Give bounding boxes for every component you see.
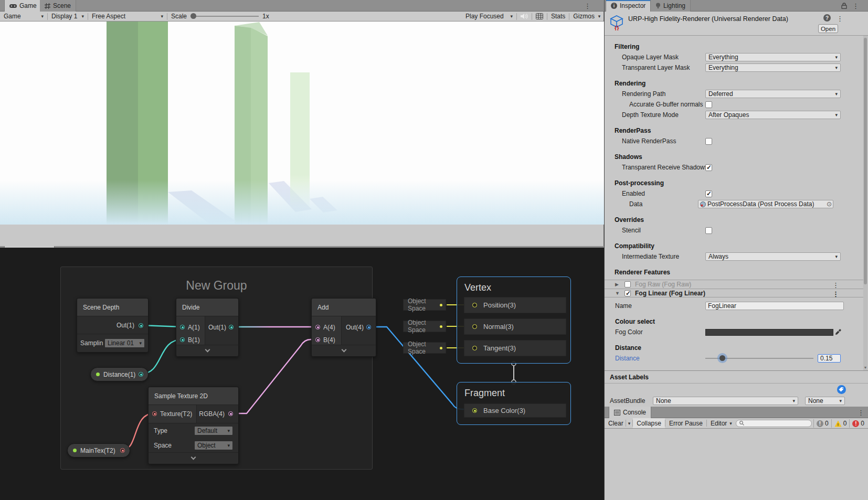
game-target-dropdown[interactable]: Game bbox=[0, 12, 47, 21]
tab-lighting[interactable]: Lighting bbox=[651, 0, 691, 12]
open-button[interactable]: Open bbox=[818, 24, 838, 33]
clear-dropdown[interactable] bbox=[626, 418, 633, 428]
display-dropdown[interactable]: Display 1 bbox=[48, 12, 88, 21]
sampling-dropdown[interactable]: Linear 01 bbox=[104, 338, 145, 348]
object-picker-icon[interactable] bbox=[827, 201, 832, 207]
tangent-port[interactable] bbox=[472, 346, 477, 350]
feature-menu-icon[interactable] bbox=[832, 281, 839, 289]
foldout-arrow-icon[interactable]: ▶ bbox=[615, 282, 620, 287]
console-menu-icon[interactable] bbox=[858, 409, 864, 417]
feature-fog-raw[interactable]: ▶ Fog Raw (Fog Raw) bbox=[605, 280, 864, 289]
add-expand-button[interactable] bbox=[312, 345, 376, 356]
assetbundle-dropdown[interactable]: None bbox=[653, 397, 798, 405]
editor-dropdown[interactable]: Editor bbox=[707, 418, 736, 428]
opaque-layer-mask-dropdown[interactable]: Everything bbox=[705, 53, 841, 61]
assetbundle-variant-dropdown[interactable]: None bbox=[805, 397, 845, 405]
mute-audio-button[interactable] bbox=[517, 12, 532, 21]
normal-port[interactable] bbox=[472, 324, 477, 329]
collapse-button[interactable]: Collapse bbox=[633, 418, 665, 428]
play-mode-dropdown[interactable]: Play Focused bbox=[462, 12, 516, 21]
tab-inspector[interactable]: i Inspector bbox=[606, 0, 651, 12]
eyedropper-icon[interactable] bbox=[835, 329, 841, 335]
chevron-down-icon bbox=[227, 443, 230, 448]
lock-icon[interactable] bbox=[841, 3, 847, 9]
distance-slider[interactable] bbox=[705, 358, 813, 359]
gbuffer-normals-checkbox[interactable] bbox=[705, 101, 712, 108]
node-divide[interactable]: Divide A(1) B(1) Out(1) bbox=[176, 298, 239, 357]
aspect-dropdown[interactable]: Free Aspect bbox=[88, 12, 167, 21]
feature-name-field[interactable]: FogLinear bbox=[705, 302, 844, 310]
divide-b-port[interactable] bbox=[180, 337, 185, 342]
intermediate-texture-dropdown[interactable]: Always bbox=[705, 252, 841, 261]
fog-color-swatch[interactable] bbox=[705, 329, 833, 336]
foldout-arrow-icon[interactable]: ▼ bbox=[615, 291, 620, 296]
node-fragment[interactable]: Fragment Base Color(3) bbox=[457, 382, 571, 425]
console-search-input[interactable] bbox=[736, 420, 812, 427]
asset-label-tag-icon[interactable] bbox=[837, 385, 846, 394]
error-counter[interactable]: ! 0 bbox=[849, 419, 867, 428]
property-distance-port[interactable] bbox=[139, 372, 143, 377]
native-renderpass-checkbox[interactable] bbox=[705, 138, 712, 145]
add-a-port[interactable] bbox=[315, 325, 320, 329]
console-log-area[interactable] bbox=[605, 429, 868, 500]
divide-expand-button[interactable] bbox=[176, 345, 238, 356]
object-space-pill[interactable]: Object Space bbox=[403, 299, 446, 311]
warning-counter[interactable]: ! 0 bbox=[831, 419, 850, 428]
divide-out-port[interactable] bbox=[229, 325, 234, 329]
vsync-grid-button[interactable] bbox=[532, 12, 547, 21]
node-scene-depth[interactable]: Scene Depth Out(1) Samplin Linear 01 bbox=[77, 298, 149, 353]
inspector-scrollbar[interactable]: ▼ bbox=[863, 36, 867, 370]
base-color-port[interactable] bbox=[472, 408, 477, 413]
scale-slider-handle[interactable] bbox=[190, 13, 196, 19]
row-distance: Distance 0.15 bbox=[605, 353, 864, 364]
stats-button[interactable]: Stats bbox=[547, 12, 569, 21]
game-panel-menu-icon[interactable] bbox=[584, 2, 590, 10]
scale-slider[interactable] bbox=[190, 16, 259, 17]
tab-scene[interactable]: Scene bbox=[40, 0, 76, 12]
object-space-pill[interactable]: Object Space bbox=[403, 321, 446, 332]
object-space-pill[interactable]: Object Space bbox=[403, 342, 446, 354]
transparent-receive-shadows-checkbox[interactable] bbox=[705, 164, 712, 171]
texture-in-port[interactable] bbox=[152, 411, 157, 416]
sample-texture-expand-button[interactable] bbox=[149, 452, 238, 464]
gizmos-dropdown[interactable]: Gizmos bbox=[569, 12, 604, 21]
tab-console[interactable]: Console bbox=[609, 407, 651, 418]
property-maintex-port[interactable] bbox=[120, 448, 125, 453]
rendering-path-dropdown[interactable]: Deferred bbox=[705, 90, 841, 98]
transparent-layer-mask-dropdown[interactable]: Everything bbox=[705, 63, 841, 72]
header-menu-icon[interactable] bbox=[837, 15, 843, 23]
rgba-out-port[interactable] bbox=[228, 411, 233, 416]
help-icon[interactable]: ? bbox=[823, 14, 831, 22]
position-port[interactable] bbox=[472, 303, 477, 307]
tab-game[interactable]: Game bbox=[4, 0, 42, 12]
pp-enabled-checkbox[interactable] bbox=[705, 190, 712, 197]
space-dropdown[interactable]: Object bbox=[194, 441, 233, 450]
scene-depth-out-port[interactable] bbox=[139, 323, 143, 328]
scrollbar-thumb[interactable] bbox=[864, 38, 867, 284]
distance-value-field[interactable]: 0.15 bbox=[818, 354, 841, 363]
property-maintex[interactable]: MainTex(T2) bbox=[67, 443, 130, 458]
distance-slider-handle[interactable] bbox=[719, 355, 725, 361]
node-sample-texture-2d[interactable]: Sample Texture 2D Texture(T2) RGBA(4) Ty… bbox=[148, 387, 239, 464]
feature-fog-linear[interactable]: ▼ Fog Linear (Fog Linear) bbox=[605, 289, 864, 297]
inspector-menu-icon[interactable] bbox=[852, 2, 859, 10]
pp-data-object-field[interactable]: PostProcessData (Post Process Data) bbox=[698, 200, 833, 208]
feature-menu-icon[interactable] bbox=[832, 290, 839, 298]
scroll-down-arrow-icon[interactable]: ▼ bbox=[863, 366, 867, 369]
info-counter[interactable]: ! 0 bbox=[813, 419, 831, 428]
property-distance[interactable]: Distance(1) bbox=[90, 367, 149, 381]
error-pause-button[interactable]: Error Pause bbox=[665, 418, 706, 428]
fog-raw-checkbox[interactable] bbox=[624, 281, 631, 288]
node-vertex[interactable]: Vertex Position(3) Normal(3) Tangent(3) bbox=[457, 276, 571, 364]
stencil-checkbox[interactable] bbox=[705, 227, 712, 234]
divide-a-port[interactable] bbox=[180, 325, 185, 329]
node-add[interactable]: Add A(4) B(4) Out(4) bbox=[311, 298, 376, 357]
add-out-port[interactable] bbox=[366, 325, 371, 329]
type-dropdown[interactable]: Default bbox=[194, 426, 233, 435]
game-viewport[interactable] bbox=[0, 22, 604, 225]
fog-linear-checkbox[interactable] bbox=[624, 290, 631, 296]
clear-button[interactable]: Clear bbox=[605, 418, 626, 428]
graph-canvas[interactable]: New Group bbox=[0, 248, 604, 500]
depth-texture-mode-dropdown[interactable]: After Opaques bbox=[705, 111, 841, 119]
add-b-port[interactable] bbox=[315, 337, 320, 342]
